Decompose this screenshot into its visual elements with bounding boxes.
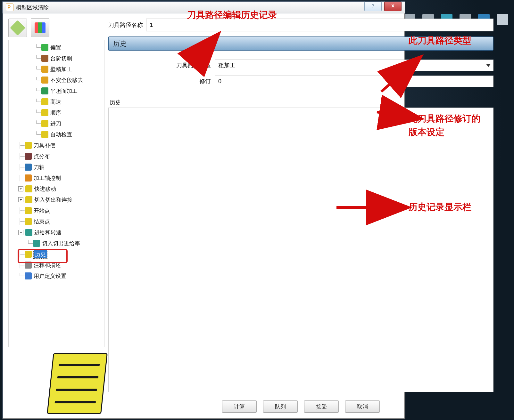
tree-item-icon — [41, 66, 48, 73]
tree-item[interactable]: ├─刀具补偿 — [10, 140, 103, 151]
window-title: 模型区域清除 — [16, 4, 49, 11]
toolpath-type-label: 刀具路径类型 — [108, 61, 211, 69]
tree-item-label: 点分布 — [34, 153, 50, 160]
calc-button[interactable]: 计算 — [222, 400, 257, 413]
revision-label: 修订 — [108, 77, 211, 85]
tree-item-icon — [25, 218, 32, 225]
tree-item[interactable]: └─自动检查 — [10, 129, 103, 140]
mode-layers-icon — [35, 22, 46, 33]
tree-item[interactable]: └─用户定义设置 — [10, 271, 103, 281]
tree-item-icon — [25, 185, 32, 192]
app-logo-icon — [6, 4, 13, 11]
tree-item-label: 不安全段移去 — [50, 77, 83, 84]
tree-item[interactable]: └─不安全段移去 — [10, 75, 103, 85]
tree-item-icon — [33, 240, 40, 247]
tree-item-icon — [25, 262, 32, 269]
tree-item[interactable]: ├─点分布 — [10, 151, 103, 162]
mode-button-a[interactable] — [8, 19, 27, 37]
history-box-label: 历史 — [110, 99, 493, 106]
tree-item-icon — [25, 142, 32, 149]
tree-item-icon — [41, 87, 48, 94]
tree-item-icon — [25, 251, 32, 258]
tree-item-label: 结束点 — [34, 218, 50, 225]
tree-item[interactable]: ├─刀轴 — [10, 162, 103, 173]
accept-button[interactable]: 接受 — [304, 400, 339, 413]
tree-item[interactable]: └─切入切出进给率 — [10, 238, 103, 249]
tree-item[interactable]: +快进移动 — [10, 183, 103, 194]
tree-item-icon — [41, 120, 48, 127]
titlebar[interactable]: 模型区域清除 ? x — [3, 2, 405, 13]
mode-button-b[interactable] — [31, 19, 49, 37]
tree-item-label: 进刀 — [50, 120, 61, 127]
tree-expander[interactable]: + — [18, 197, 23, 202]
tree-item[interactable]: └─顺序 — [10, 107, 103, 118]
tree-item-label: 开始点 — [34, 207, 50, 214]
tree-item-label: 偏置 — [50, 44, 61, 51]
tree-item-label: 高速 — [50, 98, 61, 106]
section-header-history: 历史 — [108, 36, 493, 51]
history-box[interactable] — [108, 108, 493, 392]
tree-item-icon — [41, 131, 48, 138]
tree-item-icon — [25, 174, 32, 182]
tree-item[interactable]: ├─加工轴控制 — [10, 173, 103, 183]
scroll-decor-icon — [47, 353, 108, 414]
tree-item-label: 刀轴 — [34, 164, 45, 171]
tree-item[interactable]: ├─开始点 — [10, 205, 103, 216]
cancel-button[interactable]: 取消 — [345, 400, 380, 413]
tree-item-icon — [41, 98, 48, 105]
tree-item-icon — [41, 77, 48, 84]
tree-item-label: 平坦面加工 — [50, 87, 78, 95]
tree-expander[interactable]: + — [18, 186, 23, 191]
close-button[interactable]: x — [384, 2, 402, 11]
tree-item[interactable]: −进给和转速 — [10, 227, 103, 238]
toolpath-name-label: 刀具路径名称 — [108, 21, 143, 29]
tree-item-icon — [25, 164, 32, 171]
tree-item-icon — [41, 109, 48, 116]
tree-item[interactable]: └─偏置 — [10, 42, 103, 53]
tree-item-label: 自动检查 — [50, 131, 72, 138]
tree-item[interactable]: └─壁精加工 — [10, 64, 103, 75]
tree-item-label: 切入切出和连接 — [34, 196, 72, 204]
tree-item-label: 壁精加工 — [50, 66, 72, 73]
tree-item-label: 注释和描述 — [34, 262, 61, 269]
tree-item-label: 顺序 — [50, 109, 61, 117]
chevron-down-icon — [486, 64, 491, 67]
tree-item-icon — [41, 44, 48, 51]
tree-item-icon — [25, 153, 32, 160]
tree-expander[interactable]: − — [18, 230, 23, 235]
tree-item[interactable]: └─进刀 — [10, 118, 103, 129]
mode-buttons — [8, 19, 104, 37]
mode-rotate-icon — [10, 20, 25, 36]
tree-item[interactable]: ├─注释和描述 — [10, 260, 103, 271]
help-button[interactable]: ? — [364, 2, 382, 11]
strategy-tree[interactable]: └─偏置└─台阶切削└─壁精加工└─不安全段移去└─平坦面加工└─高速└─顺序└… — [8, 40, 104, 347]
tree-item-label: 历史 — [34, 250, 47, 258]
tree-item[interactable]: +切入切出和连接 — [10, 194, 103, 205]
tree-item[interactable]: ├─结束点 — [10, 216, 103, 227]
dialog-buttons: 计算 队列 接受 取消 — [108, 400, 493, 413]
tree-item[interactable]: └─平坦面加工 — [10, 85, 103, 96]
toolpath-type-value: 粗加工 — [218, 61, 236, 69]
tree-item-icon — [25, 272, 32, 279]
tree-item-label: 台阶切削 — [50, 55, 72, 62]
dialog-model-area-clear: 模型区域清除 ? x └─偏置└─台阶切削└─壁精加工└─不安全段移去└─平坦面… — [2, 1, 405, 419]
tree-item-icon — [25, 196, 32, 203]
revision-input[interactable] — [215, 76, 493, 87]
toolpath-type-dropdown[interactable]: 粗加工 — [215, 60, 493, 71]
queue-button[interactable]: 队列 — [263, 400, 298, 413]
tree-item[interactable]: └─高速 — [10, 96, 103, 107]
tree-item-icon — [25, 229, 32, 236]
tree-item-icon — [25, 207, 32, 214]
tree-item[interactable]: ├─历史 — [10, 249, 103, 260]
toolpath-name-input[interactable] — [146, 19, 493, 31]
tree-item-label: 进给和转速 — [34, 229, 62, 236]
tree-item-icon — [41, 55, 48, 62]
tree-item[interactable]: └─台阶切削 — [10, 53, 103, 64]
tree-item-label: 切入切出进给率 — [42, 240, 80, 247]
tree-item-label: 刀具补偿 — [34, 142, 55, 149]
tree-item-label: 加工轴控制 — [34, 174, 61, 182]
tree-item-label: 快进移动 — [34, 185, 56, 193]
tree-item-label: 用户定义设置 — [34, 272, 66, 280]
